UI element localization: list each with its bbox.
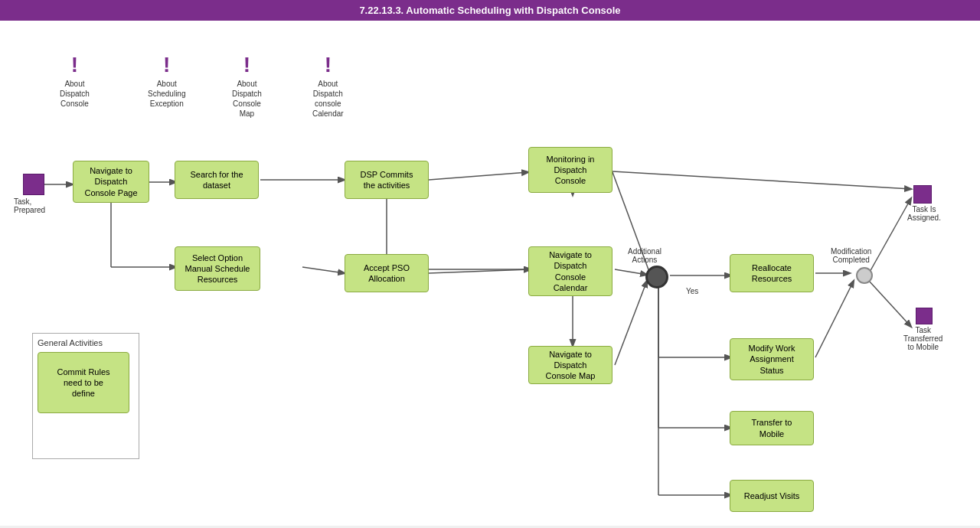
node-readjust-visits[interactable]: Readjust Visits (730, 480, 814, 512)
node-nav-map[interactable]: Navigate toDispatchConsole Map (528, 346, 612, 384)
node-transfer-mobile[interactable]: Transfer toMobile (730, 411, 814, 445)
node-search-dataset[interactable]: Search for thedataset (175, 161, 259, 199)
svg-line-26 (612, 171, 911, 189)
svg-line-12 (615, 269, 647, 275)
merge-circle (856, 267, 873, 284)
node-accept-pso[interactable]: Accept PSOAllocation (345, 254, 429, 292)
general-activities-box: General Activities Commit Rulesneed to b… (32, 333, 139, 459)
task-prepared-label: Task,Prepared (14, 197, 45, 214)
node-navigate-dispatch-console[interactable]: Navigate toDispatchConsole Page (73, 161, 149, 203)
general-activities-title: General Activities (38, 338, 134, 347)
task-prepared-square (23, 174, 44, 195)
icon-about-dispatch-console-calendar[interactable]: ! AboutDispatchconsoleCalendar (312, 54, 344, 119)
icon-about-dispatch-console[interactable]: ! AboutDispatchConsole (60, 54, 90, 109)
task-transferred-label: TaskTransferredto Mobile (903, 326, 942, 351)
node-reallocate[interactable]: ReallocateResources (730, 254, 814, 292)
modification-completed-label: ModificationCompleted (831, 247, 871, 264)
diagram-area: ! AboutDispatchConsole ! AboutScheduling… (0, 21, 980, 526)
svg-line-5 (302, 267, 345, 273)
title-bar: 7.22.13.3. Automatic Scheduling with Dis… (0, 0, 980, 21)
node-nav-calendar[interactable]: Navigate toDispatchConsoleCalendar (528, 246, 612, 296)
decision-circle (645, 266, 668, 288)
icon-about-scheduling-exception[interactable]: ! AboutSchedulingException (148, 54, 185, 109)
yes-label: Yes (686, 287, 698, 295)
page-title: 7.22.13.3. Automatic Scheduling with Dis… (359, 5, 620, 16)
node-monitoring[interactable]: Monitoring inDispatchConsole (528, 147, 612, 193)
additional-actions-label: AdditionalActions (628, 247, 662, 264)
svg-line-23 (815, 281, 854, 357)
task-assigned-label: Task IsAssigned. (907, 205, 941, 222)
node-modify-work[interactable]: Modify WorkAssignmentStatus (730, 338, 814, 380)
svg-line-6 (429, 172, 528, 180)
svg-line-13 (615, 281, 647, 365)
icon-about-dispatch-console-map[interactable]: ! AboutDispatchConsoleMap (232, 54, 262, 119)
connector-layer (0, 21, 980, 526)
task-transferred-square (916, 308, 933, 324)
svg-line-24 (869, 198, 911, 273)
task-assigned-square (913, 185, 932, 204)
general-activities-content: Commit Rulesneed to bedefine (38, 352, 129, 413)
svg-line-25 (869, 281, 911, 327)
node-select-option[interactable]: Select OptionManual ScheduleResources (175, 246, 260, 291)
svg-line-7 (429, 269, 531, 273)
node-dsp-commits[interactable]: DSP Commitsthe activities (345, 161, 429, 199)
